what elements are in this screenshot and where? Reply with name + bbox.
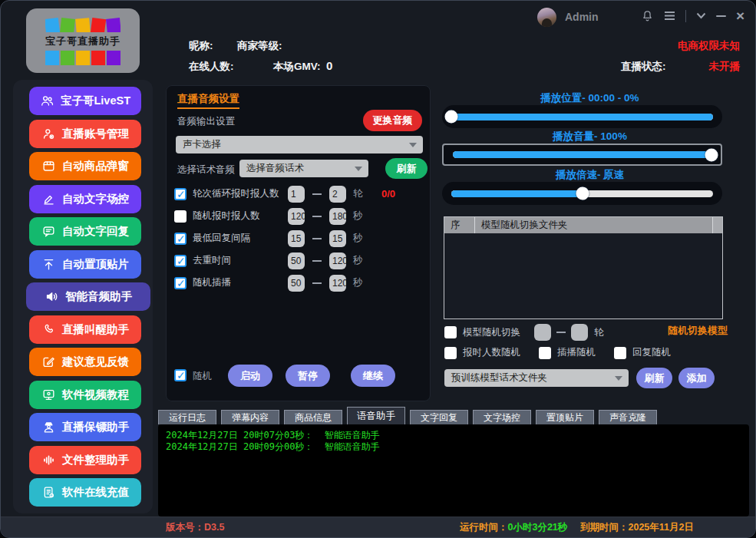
avatar[interactable]: [537, 8, 556, 27]
model-switch-to-input[interactable]: [571, 324, 588, 341]
feedback-edit-icon: [41, 355, 56, 369]
range-unit: 秒: [353, 210, 363, 223]
soundcard-select[interactable]: 声卡选择: [176, 136, 423, 153]
column-folder: 模型随机切换文件夹: [475, 217, 713, 233]
tab-0[interactable]: 运行日志: [158, 410, 216, 424]
sidebar-item-label: 直播账号管理: [62, 127, 129, 141]
audio-setting-row: 轮次循环报时报人数12轮0/0: [174, 183, 428, 205]
refresh-script-button[interactable]: 刷新: [385, 158, 428, 179]
tab-6[interactable]: 置顶贴片: [536, 410, 594, 424]
range-to-input[interactable]: 2: [329, 186, 346, 203]
model-random-options-row: 报时人数随机插播随机回复随机: [444, 346, 671, 359]
tab-1[interactable]: 弹幕内容: [221, 410, 279, 424]
pause-button[interactable]: 暂停: [286, 365, 330, 387]
refresh-folder-button[interactable]: 刷新: [636, 368, 672, 388]
model-random-panel: 模型随机切换 轮 随机切换模型 报时人数随机插播随机回复随机 预训练模型话术文件…: [438, 322, 741, 401]
model-switch-checkbox[interactable]: [444, 326, 457, 338]
slider-thumb[interactable]: [445, 111, 458, 124]
setting-checkbox[interactable]: [174, 188, 187, 200]
setting-checkbox[interactable]: [174, 233, 187, 245]
random-switch-model-link[interactable]: 随机切换模型: [668, 324, 728, 338]
range-to-input[interactable]: 15: [329, 230, 346, 247]
range-from-input[interactable]: 120: [288, 208, 305, 225]
log-output[interactable]: 2024年12月27日 20时07分03秒： 智能语音助手2024年12月27日…: [158, 424, 749, 517]
range-to-input[interactable]: 180: [329, 208, 346, 225]
tab-3[interactable]: 语音助手: [347, 407, 405, 424]
audio-panel-bottom: 随机 启动 暂停 继续: [174, 365, 428, 388]
resume-button[interactable]: 继续: [351, 365, 395, 387]
folder-select-value: 预训练模型话术文件夹: [451, 371, 547, 385]
sidebar-item[interactable]: 直播账号管理: [29, 120, 141, 148]
range-to-input[interactable]: 120: [329, 252, 346, 269]
tab-7[interactable]: 声音克隆: [599, 410, 657, 424]
close-icon[interactable]: ×: [736, 10, 744, 22]
sidebar-item[interactable]: 自动置顶贴片: [29, 250, 141, 279]
bell-icon[interactable]: [641, 9, 654, 22]
sidebar-item[interactable]: 智能音频助手: [26, 282, 150, 311]
range-from-input[interactable]: 50: [288, 252, 305, 269]
minimize-icon[interactable]: [716, 15, 726, 17]
slider-track: [451, 114, 713, 120]
start-button[interactable]: 启动: [228, 365, 272, 387]
chevron-down-icon[interactable]: [696, 12, 706, 19]
option-checkbox[interactable]: [444, 347, 457, 359]
setting-checkbox[interactable]: [174, 255, 187, 267]
range-dash: [312, 260, 322, 262]
range-from-input[interactable]: 15: [288, 230, 305, 247]
logo-block: [45, 18, 61, 32]
menu-icon[interactable]: [664, 11, 675, 21]
random-checkbox[interactable]: [174, 369, 187, 381]
version-info: 版本号：D3.5: [166, 521, 224, 534]
change-audio-button[interactable]: 更换音频: [363, 110, 422, 131]
slider[interactable]: [442, 182, 722, 205]
log-line: 2024年12月27日 20时09分00秒： 智能语音助手: [166, 441, 741, 453]
setting-label: 去重时间: [193, 254, 231, 267]
model-folder-table[interactable]: 序 模型随机切换文件夹: [444, 216, 723, 319]
sidebar-item-label: 自动文字场控: [62, 192, 129, 206]
slider-label: 播放音量- 100%: [438, 130, 741, 144]
sidebar-item[interactable]: 自动文字回复: [29, 217, 141, 246]
sidebar-item[interactable]: 宝子哥LiveST: [29, 87, 141, 115]
tab-5[interactable]: 文字场控: [473, 410, 531, 424]
sidebar-item[interactable]: 自动文字场控: [29, 185, 141, 213]
sidebar-item[interactable]: 自动商品弹窗: [29, 152, 141, 180]
audio-settings-panel: 直播音频设置 音频输出设置 更换音频 声卡选择 选择话术音频 选择音频话术 刷新…: [166, 85, 431, 401]
range-from-input[interactable]: 50: [288, 275, 305, 292]
range-from-input[interactable]: 1: [288, 186, 305, 203]
folder-select[interactable]: 预训练模型话术文件夹: [444, 369, 629, 387]
sidebar-item[interactable]: 建议意见反馈: [29, 348, 141, 376]
logo-block: [76, 51, 90, 65]
audio-settings-rows: 轮次循环报时报人数12轮0/0随机报时报人数120180秒最低回复间隔1515秒…: [174, 183, 428, 294]
option-label: 报时人数随机: [463, 346, 520, 359]
option-checkbox[interactable]: [614, 347, 626, 359]
slider[interactable]: [442, 144, 722, 166]
sidebar-item[interactable]: 软件视频教程: [29, 381, 141, 409]
model-switch-from-input[interactable]: [534, 324, 551, 341]
slider-thumb[interactable]: [705, 148, 718, 161]
live-status-label: 直播状态:: [621, 60, 666, 74]
slider-thumb[interactable]: [576, 187, 589, 200]
sidebar-item-label: 直播保镖助手: [62, 420, 129, 434]
slider[interactable]: [442, 105, 722, 128]
titlebar-icons: ×: [641, 9, 744, 22]
range-to-input[interactable]: 120: [329, 275, 346, 292]
sidebar-item[interactable]: 软件在线充值: [29, 478, 141, 507]
speaker-icon: [45, 289, 59, 304]
sidebar-item[interactable]: 直播叫醒助手: [29, 315, 141, 344]
tab-4[interactable]: 文字回复: [410, 410, 468, 424]
option-checkbox[interactable]: [539, 347, 551, 359]
add-folder-button[interactable]: 添加: [678, 368, 715, 388]
script-audio-select[interactable]: 选择音频话术: [239, 160, 368, 177]
sidebar-item[interactable]: 文件整理助手: [29, 446, 141, 474]
setting-checkbox[interactable]: [174, 210, 187, 223]
audio-panel-title: 直播音频设置: [177, 92, 239, 109]
setting-checkbox[interactable]: [174, 277, 187, 289]
random-checkbox-label: 随机: [193, 370, 212, 383]
nickname-label: 昵称:: [189, 39, 213, 53]
tab-2[interactable]: 商品信息: [284, 410, 342, 424]
sidebar-item[interactable]: 直播保镖助手: [29, 413, 141, 441]
model-random-option: 报时人数随机: [444, 346, 520, 359]
logo-block: [45, 51, 59, 65]
live-status-value: 未开播: [709, 60, 741, 74]
log-line: 2024年12月27日 20时07分03秒： 智能语音助手: [166, 430, 741, 441]
